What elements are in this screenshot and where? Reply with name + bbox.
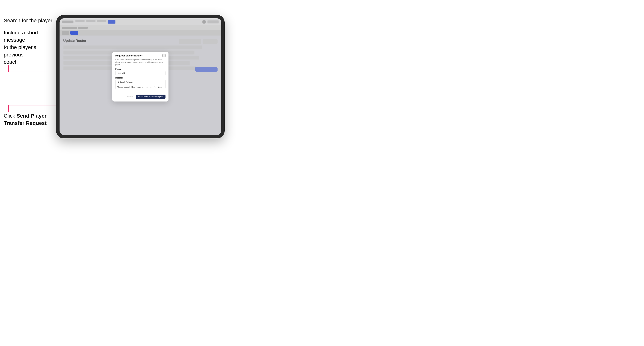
arrow-line-1-vertical [8,65,9,72]
tablet-screen: Update Roster Request player transfer [60,18,221,135]
tablet-device: Update Roster Request player transfer [56,15,225,138]
modal-body: If the player is transferring from anoth… [112,58,168,95]
annotation-search: Search for the player. [4,17,54,24]
player-input[interactable] [115,71,166,75]
modal-dialog: Request player transfer ✕ If the player … [112,52,168,102]
modal-description: If the player is transferring from anoth… [115,58,166,66]
modal-close-button[interactable]: ✕ [162,54,166,57]
modal-header: Request player transfer ✕ [112,52,168,58]
modal-title: Request player transfer [115,54,142,57]
arrow-line-2-bottom-left [8,105,9,112]
send-transfer-button[interactable]: Send Player Transfer Request [136,95,166,99]
modal-overlay: Request player transfer ✕ If the player … [60,18,221,135]
player-label: Player [115,68,166,70]
annotation-click: Click Send Player Transfer Request [4,112,52,127]
modal-footer: Cancel Send Player Transfer Request [112,95,168,102]
annotation-message: Include a short message to the player's … [4,29,52,66]
message-textarea[interactable] [115,80,166,89]
message-label: Message [115,77,166,79]
cancel-button[interactable]: Cancel [126,95,134,99]
